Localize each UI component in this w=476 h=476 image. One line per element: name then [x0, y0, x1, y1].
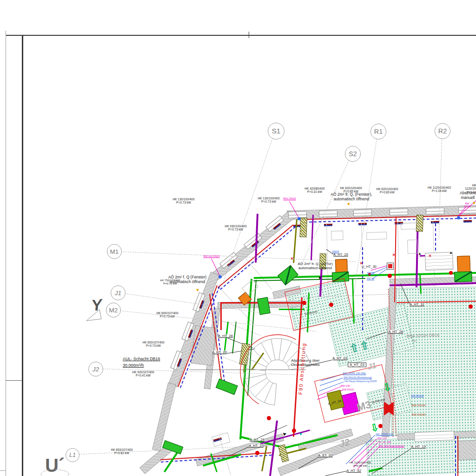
annotation: AÖ 2m² fr. Q. (2xTür) automatisch öffnen…: [298, 262, 332, 271]
annotation: HK 600/107/400 P=0.73 kW: [157, 311, 178, 318]
kitchen-air-duct: [251, 352, 264, 370]
annotation: A_HT_24: [250, 438, 264, 442]
annotation: HA_Ab 100: [378, 441, 391, 443]
damper-dot: [469, 304, 473, 309]
symbol-glyph: ▲: [449, 251, 453, 255]
annotation: SW26: [332, 250, 339, 253]
damper-dot: [255, 451, 259, 455]
annotation: A_HT_26: [218, 334, 233, 338]
heating-flow-pipe: [457, 436, 458, 476]
damper-dot: [302, 301, 306, 305]
room-letter: Y: [91, 296, 103, 314]
kitchen-air-duct: [261, 446, 267, 471]
annotation: A_HT_19: [411, 445, 426, 449]
symbol-glyph: ✕: [291, 257, 294, 261]
grid-marker-label: R2: [438, 127, 447, 135]
annotation: A_HT_20: [333, 253, 348, 257]
annotation: U_HT_30: [362, 265, 377, 269]
radiator: [463, 220, 472, 223]
heating-return-pipe: [362, 247, 363, 330]
grid-marker-s1: S1: [268, 123, 284, 139]
window: [390, 208, 408, 215]
grid-marker-r1: R1: [370, 124, 386, 139]
grid-marker-m1: M1: [107, 244, 122, 259]
damper-dot: [267, 416, 271, 420]
furniture: [331, 231, 344, 240]
symbol-glyph: ▲: [418, 251, 422, 256]
symbol-glyph: ▾: [347, 201, 350, 206]
air-outlet: [257, 297, 271, 315]
annotation: HK 1120/100/400 P=1.04 kW: [428, 186, 451, 193]
damper-dot: [292, 429, 296, 433]
room-stamp: [414, 431, 455, 442]
heating-return-pipe: [455, 436, 456, 476]
annotation: HK 620/100/400 P=0.83 kW: [377, 187, 398, 194]
plan-area: S1S2R1R2M1J1M2J2L1⇧⇧⇩⇩▲▲▼▶▼▾▾▾✕✕✕✕YU´M3J…: [0, 0, 476, 476]
symbol-glyph: ▶: [283, 431, 287, 436]
annotation: GW DN15: [342, 388, 354, 391]
damper-dot: [449, 271, 453, 275]
annotation: RW 100: [341, 384, 350, 387]
radiator: [431, 221, 439, 224]
grid-marker-label: M2: [109, 307, 118, 314]
duct-riser: [239, 343, 250, 365]
grid-marker-j2: J2: [88, 362, 103, 377]
connection-dot: [218, 275, 222, 278]
symbol-glyph: ▾: [473, 200, 475, 205]
radiator: [358, 223, 367, 225]
annotation: A_HT_23: [249, 444, 264, 448]
symbol-glyph: ▼: [318, 276, 322, 280]
symbol-glyph: ✕: [429, 254, 432, 258]
furniture: [212, 432, 231, 447]
fire-protection-line: [220, 302, 222, 330]
annotation: AW_HDPE 100: [376, 433, 393, 436]
annotation: SW DN100 (Rohrleitung): [344, 376, 372, 379]
annotation: HA Haupt-Absperrung DN25: [344, 380, 377, 383]
annotation: A_HT_03: [332, 357, 347, 360]
annotation: AW_HDPE 100 SML: [343, 372, 366, 375]
annotation: A61: [412, 339, 417, 343]
annotation: RW DN15: [463, 202, 472, 208]
annotation: Abströmung manuell zu: [460, 191, 476, 200]
furniture: [366, 231, 387, 240]
window: [353, 209, 372, 216]
label-leader: [325, 471, 346, 476]
air-outlet: [216, 378, 238, 395]
grid-marker-r2: R2: [435, 123, 450, 139]
duct-riser: [300, 218, 307, 237]
annotation: AUL- Schacht DB16: [123, 357, 160, 361]
damper-icon: [387, 263, 393, 269]
grid-marker-label: J1: [115, 290, 121, 297]
room-letter: U´: [45, 455, 65, 476]
furniture: [401, 223, 419, 230]
annotation: HK 130/100/400 P=0.73 kW: [258, 197, 280, 204]
fan-unit: [454, 271, 472, 282]
grid-marker-label: M1: [110, 248, 119, 255]
annotation: A_ET_02: [318, 454, 332, 457]
annotation: BSK DN160: [412, 404, 426, 407]
damper-dot: [388, 274, 392, 278]
extract-air-duct: [269, 420, 278, 476]
annotation: RW 100: [377, 437, 387, 440]
fan-unit: [278, 265, 298, 285]
annotation: RW 460 Regenwasser: [379, 444, 404, 447]
window: [319, 210, 337, 217]
annotation: HK 920/107/400 P=0.41 kW: [132, 370, 154, 377]
symbol-glyph: ✕: [392, 253, 396, 257]
annotation: AW 14: [367, 277, 374, 280]
grid-marker-label: L1: [69, 452, 76, 458]
damper-dot: [329, 303, 333, 307]
annotation: HK 420/80/400 P=0.31 kW: [304, 187, 324, 194]
floor-plan-sheet: S1S2R1R2M1J1M2J2L1⇧⇧⇩⇩▲▲▼▶▼▾▾▾✕✕✕✕YU´M3J…: [0, 0, 476, 476]
furniture: [407, 239, 418, 254]
radiator: [324, 224, 332, 226]
window: [426, 207, 444, 214]
annotation: HK 653/107/400 P=0.82 kW: [111, 448, 133, 455]
annotation: HK 130/100/400 P=0.73 kW: [173, 198, 195, 205]
grid-marker-j1: J1: [111, 285, 126, 300]
annotation: SW25: [367, 271, 374, 274]
grid-marker-s2: S2: [345, 146, 361, 162]
annotation: A_HT_52: [346, 469, 361, 473]
grid-marker-label: S1: [272, 127, 281, 135]
annotation: HK 930/100/400 P=0.73 kW: [225, 225, 247, 231]
